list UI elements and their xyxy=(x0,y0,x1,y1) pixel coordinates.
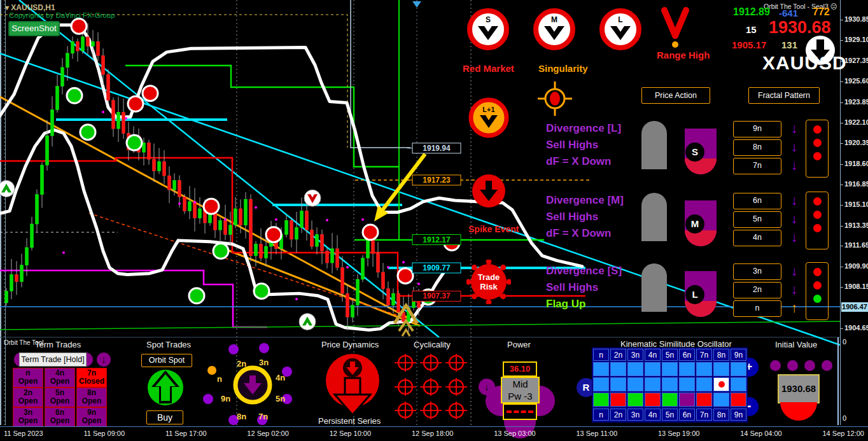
power-mode[interactable]: MidPw -3 xyxy=(501,377,540,403)
term-cell-8n[interactable]: 8nOpen xyxy=(76,388,107,407)
kso-col-label: 7n xyxy=(696,349,712,361)
singularity-label: Singularity xyxy=(538,63,588,74)
time-label: 11 Sep 09:00 xyxy=(83,427,125,441)
term-cell-4n[interactable]: 4nOpen xyxy=(45,368,75,388)
kso-cell[interactable] xyxy=(662,377,678,391)
current-price-tag: 1906.47 xyxy=(841,302,868,312)
hold-down-arrow-icon[interactable]: ↓ xyxy=(97,353,111,367)
orbit-spot-button[interactable]: Orbit Spot xyxy=(141,354,192,367)
candle xyxy=(97,41,100,55)
kso-grid: n2n3n4n5n6n7n8n9nn2n3n4n5n6n7n8n9n xyxy=(592,347,748,423)
kso-cell[interactable] xyxy=(696,377,712,391)
tombstone-icon-0 xyxy=(641,121,667,169)
term-trade-hold-button[interactable]: Term Trade [Hold] xyxy=(19,353,87,367)
svg-text:L: L xyxy=(618,15,622,24)
l-plus-1-circle[interactable]: L+1 xyxy=(468,97,510,139)
range-high-arrow-icon xyxy=(659,6,697,48)
svg-text:1919.94: 1919.94 xyxy=(423,144,451,153)
candle xyxy=(244,199,248,225)
period-button-3n[interactable]: 3n xyxy=(733,263,781,280)
persistent-series-icon xyxy=(319,351,386,417)
axis-tickmark xyxy=(841,40,843,41)
period-button-9n[interactable]: 9n xyxy=(733,121,781,137)
fractal-pattern-button[interactable]: Fractal Pattern xyxy=(748,87,820,104)
candle xyxy=(122,112,125,133)
kso-cell[interactable] xyxy=(593,362,609,376)
term-cell-2n[interactable]: 2nOpen xyxy=(13,388,43,407)
kso-cell[interactable] xyxy=(645,362,661,376)
axis-tick-label: 1923.85 xyxy=(844,98,868,106)
kso-cell[interactable] xyxy=(627,362,643,376)
term-cell-9n[interactable]: 9nOpen xyxy=(76,407,107,427)
kso-cell[interactable] xyxy=(713,377,729,391)
kso-cell[interactable] xyxy=(627,393,643,407)
candle xyxy=(224,220,227,234)
signal-dot xyxy=(813,295,822,303)
axis-tick-label: 1915.10 xyxy=(844,200,868,208)
candle xyxy=(46,136,49,165)
scale-zero-bottom: 0 xyxy=(843,414,846,422)
trading-terminal: { "window": { "symbol_title": "XAUUSD,H1… xyxy=(0,0,868,441)
kso-cell[interactable] xyxy=(696,393,712,407)
kso-cell[interactable] xyxy=(593,377,609,391)
market-circle-s[interactable]: S xyxy=(466,7,510,52)
kso-cell[interactable] xyxy=(627,377,643,391)
down-arrow-icon: ↓ xyxy=(787,282,802,297)
term-cell-3n[interactable]: 3nOpen xyxy=(13,407,43,427)
signal-dot xyxy=(813,224,822,232)
axis-tick-label: 1918.60 xyxy=(844,160,868,167)
quote-value-2: -641 xyxy=(779,8,798,18)
kso-cell[interactable] xyxy=(610,377,626,391)
axis-tickmark xyxy=(841,267,843,267)
kso-cell[interactable] xyxy=(645,377,661,391)
buy-arrow-icon[interactable] xyxy=(146,368,185,407)
spot-dial[interactable]: n2n3n4n5n7n8n9n xyxy=(200,340,305,426)
market-circle-m[interactable]: M xyxy=(532,7,577,52)
period-button-5n[interactable]: 5n xyxy=(733,211,781,228)
signal-dot xyxy=(813,125,822,134)
kso-cell[interactable] xyxy=(645,393,661,407)
kso-cell[interactable] xyxy=(610,393,626,407)
period-button-6n[interactable]: 6n xyxy=(733,193,781,209)
kso-cell[interactable] xyxy=(731,393,746,407)
screenshot-button[interactable]: ScreenShot xyxy=(8,21,60,36)
kso-col-label: 5n xyxy=(662,349,678,361)
kso-col-label: 7n xyxy=(696,409,712,421)
term-cell-6n[interactable]: 6nOpen xyxy=(45,407,75,427)
candle xyxy=(326,251,329,263)
kso-cell[interactable] xyxy=(696,362,712,376)
term-cell-7n[interactable]: 7nClosed xyxy=(76,368,107,388)
market-circle-l[interactable]: L xyxy=(598,7,643,52)
power-down-arrow-icon[interactable]: ↓ xyxy=(479,379,495,395)
candle xyxy=(387,289,390,305)
kso-cell[interactable] xyxy=(662,393,678,407)
kso-cell[interactable] xyxy=(593,393,609,407)
kso-cell[interactable] xyxy=(731,362,746,376)
candle xyxy=(397,293,400,312)
candle xyxy=(36,195,39,224)
kso-cell[interactable] xyxy=(713,362,729,376)
period-button-n[interactable]: n xyxy=(733,300,781,317)
candle xyxy=(234,209,237,225)
kso-cell[interactable] xyxy=(679,393,695,407)
price-action-button[interactable]: Price Action xyxy=(641,87,710,104)
period-button-4n[interactable]: 4n xyxy=(733,230,781,246)
period-button-7n[interactable]: 7n xyxy=(733,158,781,174)
kso-cell[interactable] xyxy=(679,377,695,391)
period-button-8n[interactable]: 8n xyxy=(733,139,781,156)
axis-tickmark xyxy=(841,143,843,144)
time-axis[interactable]: 11 Sep 202311 Sep 09:0011 Sep 17:0012 Se… xyxy=(0,426,868,441)
dial-label-5n: 5n xyxy=(276,394,285,403)
kso-cell[interactable] xyxy=(713,393,729,407)
term-cell-5n[interactable]: 5nOpen xyxy=(45,388,75,407)
period-button-2n[interactable]: 2n xyxy=(733,282,781,298)
power-dash-box xyxy=(503,403,537,420)
kso-cell[interactable] xyxy=(610,362,626,376)
buy-button[interactable]: Buy xyxy=(146,410,183,424)
power-title: Power xyxy=(507,340,531,349)
initial-red-bowl xyxy=(780,402,817,421)
kso-cell[interactable] xyxy=(731,377,746,391)
kso-cell[interactable] xyxy=(679,362,695,376)
term-cell-n[interactable]: nOpen xyxy=(13,368,43,388)
kso-cell[interactable] xyxy=(662,362,678,376)
